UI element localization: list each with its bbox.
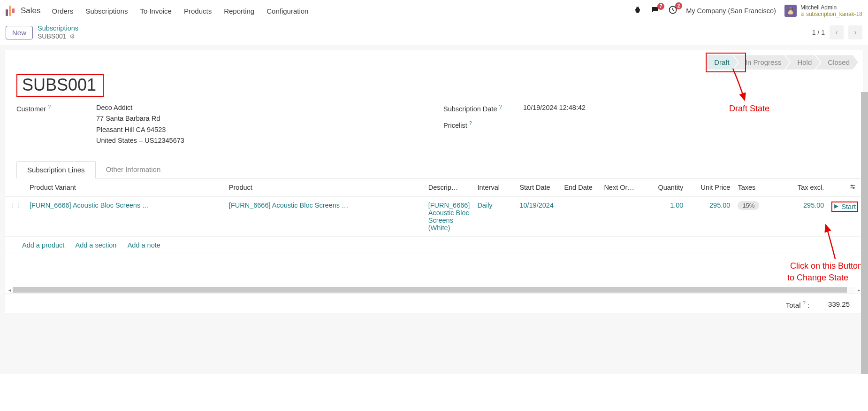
table-row[interactable]: ⋮⋮ [FURN_6666] Acoustic Bloc Screens … [… (5, 196, 863, 236)
record-title[interactable]: SUBS001 (22, 75, 96, 95)
vertical-scrollbar[interactable] (861, 92, 868, 374)
col-taxes[interactable]: Taxes (734, 178, 767, 197)
customer-addr1: 77 Santa Barbara Rd (96, 113, 184, 124)
annotation-box-title: SUBS001 (16, 74, 104, 97)
status-hold[interactable]: Hold (785, 55, 820, 70)
status-draft[interactable]: Draft (706, 55, 738, 70)
col-interval[interactable]: Interval (473, 178, 516, 197)
svg-rect-3 (789, 8, 792, 10)
top-nav: Sales Orders Subscriptions To Invoice Pr… (0, 0, 868, 22)
customer-name[interactable]: Deco Addict (96, 102, 184, 113)
gear-icon[interactable]: ⚙ (69, 33, 75, 40)
form-card: Draft In Progress Hold Closed SUBS001 Cu… (5, 50, 863, 313)
total-row: Total ? : 339.25 (5, 293, 863, 313)
content-area: Draft In Progress Hold Closed SUBS001 Cu… (0, 45, 868, 374)
cell-start-date[interactable]: 10/19/2024 (516, 196, 560, 236)
status-closed[interactable]: Closed (815, 55, 858, 70)
help-icon[interactable]: ? (803, 300, 806, 306)
cell-interval[interactable]: Daily (473, 196, 516, 236)
cell-end-date[interactable] (560, 196, 600, 236)
add-section-link[interactable]: Add a section (76, 241, 117, 249)
cell-quantity[interactable]: 1.00 (645, 196, 687, 236)
start-button-label: Start (841, 203, 856, 210)
status-in-progress[interactable]: In Progress (733, 55, 790, 70)
user-menu[interactable]: Mitchell Admin ≣subscription_kanak-18 (784, 4, 862, 18)
lines-table: Product Variant Product Descrip… Interva… (5, 178, 863, 287)
pager-prev-button[interactable]: ‹ (830, 25, 844, 39)
cell-tax[interactable]: 15% (738, 201, 759, 210)
tab-subscription-lines[interactable]: Subscription Lines (16, 161, 96, 178)
col-tax-excl[interactable]: Tax excl. (767, 178, 828, 197)
add-product-link[interactable]: Add a product (22, 241, 64, 249)
customer-addr3: United States – US12345673 (96, 135, 184, 146)
annotation-box-start: Start (831, 202, 858, 212)
pager-text[interactable]: 1 / 1 (812, 29, 825, 36)
company-selector[interactable]: My Company (San Francisco) (686, 7, 776, 15)
total-value: 339.25 (828, 300, 850, 309)
avatar-icon (784, 5, 797, 17)
col-next-order[interactable]: Next Or… (600, 178, 645, 197)
cell-variant[interactable]: [FURN_6666] Acoustic Bloc Screens … (26, 196, 225, 236)
help-icon[interactable]: ? (48, 104, 51, 109)
status-bar: Draft In Progress Hold Closed (5, 50, 863, 74)
scroll-left-icon[interactable]: ◂ (6, 287, 13, 293)
tab-other-information[interactable]: Other Information (96, 161, 171, 178)
col-product[interactable]: Product (225, 178, 425, 197)
start-button[interactable]: Start (834, 203, 856, 210)
database-icon: ≣ (800, 11, 805, 17)
cell-description[interactable]: [FURN_6666] Acoustic Bloc Screens (White… (425, 196, 474, 236)
new-button[interactable]: New (6, 26, 33, 39)
nav-orders[interactable]: Orders (52, 7, 74, 15)
col-unit-price[interactable]: Unit Price (687, 178, 734, 197)
bug-icon[interactable] (633, 6, 642, 16)
svg-point-7 (853, 187, 854, 189)
breadcrumb-current: SUBS001 (38, 32, 66, 40)
add-note-link[interactable]: Add a note (128, 241, 160, 249)
customer-label: Customer (16, 105, 46, 113)
nav-to-invoice[interactable]: To Invoice (140, 7, 172, 15)
help-icon[interactable]: ? (499, 104, 502, 109)
db-name: subscription_kanak-18 (806, 11, 862, 17)
nav-reporting[interactable]: Reporting (224, 7, 254, 15)
nav-links: Orders Subscriptions To Invoice Products… (52, 7, 309, 15)
nav-configuration[interactable]: Configuration (266, 7, 308, 15)
svg-rect-2 (788, 11, 793, 15)
col-start-date[interactable]: Start Date (516, 178, 560, 197)
customer-addr2: Pleasant Hill CA 94523 (96, 124, 184, 135)
activities-badge: 2 (675, 2, 682, 9)
total-label: Total (786, 301, 801, 309)
messages-icon[interactable]: 7 (650, 6, 660, 16)
cell-tax-excl[interactable]: 295.00 (767, 196, 828, 236)
nav-subscriptions[interactable]: Subscriptions (85, 7, 128, 15)
subscription-date-label: Subscription Date (443, 105, 497, 113)
col-description[interactable]: Descrip… (425, 178, 474, 197)
app-logo-icon[interactable] (6, 6, 16, 16)
col-quantity[interactable]: Quantity (645, 178, 687, 197)
cell-unit-price[interactable]: 295.00 (687, 196, 734, 236)
col-end-date[interactable]: End Date (560, 178, 600, 197)
messages-badge: 7 (657, 3, 664, 10)
subscription-date-value[interactable]: 10/19/2024 12:48:42 (523, 102, 586, 113)
nav-products[interactable]: Products (184, 7, 212, 15)
tabs: Subscription Lines Other Information (16, 161, 863, 178)
col-variant[interactable]: Product Variant (26, 178, 225, 197)
pager-next-button[interactable]: › (848, 25, 862, 39)
cell-next-order[interactable] (600, 196, 645, 236)
svg-point-5 (851, 185, 853, 186)
breadcrumb-row: New Subscriptions SUBS001 ⚙ 1 / 1 ‹ › (0, 22, 868, 45)
breadcrumb-parent[interactable]: Subscriptions (38, 24, 78, 32)
activities-icon[interactable]: 2 (668, 5, 678, 17)
columns-settings-icon[interactable] (849, 184, 856, 192)
drag-handle-icon[interactable]: ⋮⋮ (9, 202, 22, 209)
help-icon[interactable]: ? (469, 120, 472, 126)
horizontal-scrollbar[interactable]: ◂ ▸ (5, 287, 863, 293)
user-name: Mitchell Admin (800, 4, 862, 11)
pricelist-label: Pricelist (443, 122, 467, 129)
cell-product[interactable]: [FURN_6666] Acoustic Bloc Screens … (225, 196, 425, 236)
app-name: Sales (21, 6, 41, 16)
